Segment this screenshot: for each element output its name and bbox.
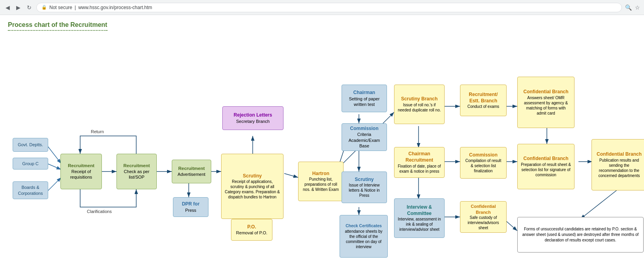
url-text: www.hssc.gov.in/process-chart.htm [78,5,152,10]
recruitment-check-box: Recruitment Check as per list/SOP [116,154,157,189]
hartron-box: Hartron Punching list, preparations of r… [298,162,344,201]
not-secure-label: Not secure [49,5,72,10]
page-title: Process chart of the Recruitment [8,21,107,31]
forward-button[interactable]: ▶ [15,3,22,12]
search-icon[interactable]: 🔍 [625,4,632,11]
dpr-press-box: DPR for Press [173,197,208,217]
recruitment-receipt-box: Recruitment Receipt of requisitions [60,154,102,189]
svg-line-28 [580,189,618,219]
check-cert-box: Check Certificates attendance sheets by … [340,215,388,258]
chairman-box: Chairman Setting of paper written test [342,85,387,112]
confidential1-box: Confidential Branch Answers sheet/ OMR a… [517,77,575,128]
forms-unsuccessful-box: Forms of unsuccessful candidates are ret… [517,217,644,253]
scrutiny-branch-box: Scrutiny Branch Issue of roll no.'s if n… [394,85,445,124]
confidential-branch-safe-box: Confidential Branch Safe custody of inte… [460,201,507,233]
address-bar[interactable]: 🔒 Not secure | www.hssc.gov.in/process-c… [36,3,622,12]
confidential2-box: Confidential Branch Preparation of resul… [517,144,575,189]
browser-chrome: ◀ ▶ ↻ 🔒 Not secure | www.hssc.gov.in/pro… [0,0,644,15]
clarifications-label: Clarifications [87,209,112,214]
return-label: Return [91,129,104,134]
flowchart: Govt. Deptts. Group C Boards & Corporati… [8,37,632,262]
lock-icon: 🔒 [41,5,47,10]
svg-line-11 [284,173,298,177]
rejection-letters-box: Rejection Letters Secretary Branch [222,106,284,130]
boards-corps-label: Boards & Corporations [13,181,48,199]
back-button[interactable]: ◀ [4,3,11,12]
group-c-label: Group C [13,158,48,170]
commission2-box: Commission Compilation of result & selec… [460,147,507,179]
commission-box: Commission Criteria Academic/Exam Base [342,123,387,151]
confidential3-box: Confidential Branch Publication results … [591,139,644,190]
page-content: Process chart of the Recruitment [0,15,644,262]
govt-deptts-label: Govt. Deptts. [13,138,48,152]
reload-button[interactable]: ↻ [25,3,33,12]
separator: | [75,5,76,10]
scrutiny2-box: Scrutiny Issue of Interview letters & No… [342,172,387,203]
recruitment-adv-box: Recruitment Advertisement [172,160,211,183]
star-icon[interactable]: ☆ [635,4,640,11]
scrutiny-box: Scrutiny Receipt of applications, scruti… [221,154,284,219]
svg-line-2 [47,146,61,164]
interview-committee-box: Interview & Committee Interview, assessm… [394,198,445,238]
chairman-recruitment-box: Chairman Recruitment Fixation of date, p… [394,147,445,178]
svg-line-3 [47,164,61,170]
svg-line-4 [47,177,61,191]
po-removal-box: P.O. Removal of P.O. [231,219,272,241]
recruitment-estt-box: Recruitment/ Estt. Branch Conduct of exa… [460,85,507,116]
